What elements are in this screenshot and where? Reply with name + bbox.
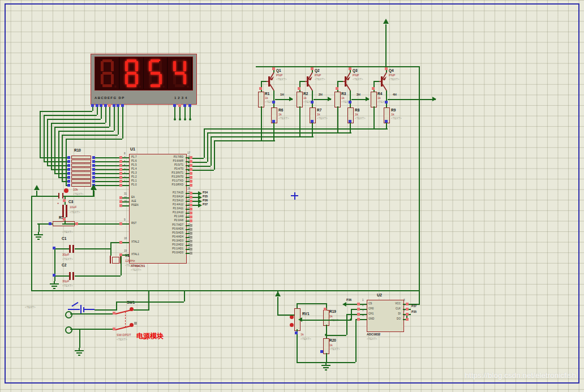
wire xyxy=(273,91,274,107)
wire xyxy=(314,99,331,100)
pin-square xyxy=(92,156,95,159)
switch-contact-dot xyxy=(130,307,134,311)
net-label: 2H xyxy=(319,93,323,96)
wire xyxy=(261,106,262,140)
pin-square xyxy=(190,168,192,171)
pin-square xyxy=(190,216,192,218)
resistor-note: <TEXT> xyxy=(278,117,289,120)
pin-square xyxy=(75,222,78,225)
wire xyxy=(95,157,119,158)
pin-square xyxy=(311,101,314,104)
wire xyxy=(70,329,114,330)
pin-square xyxy=(113,312,115,315)
wire xyxy=(275,99,293,100)
wire xyxy=(75,248,110,249)
wire xyxy=(192,201,199,202)
pin-square xyxy=(104,104,107,107)
pin-square xyxy=(96,104,98,107)
pin-square xyxy=(349,120,351,123)
mcu-pin-label: P0.1/AD1 xyxy=(136,248,183,251)
resistor-ref: R3 xyxy=(341,92,346,96)
wire xyxy=(121,255,122,275)
pin-square xyxy=(119,168,122,171)
transistor-note: <TEXT> xyxy=(389,78,400,81)
respack-ref: R10 xyxy=(74,149,81,153)
res-r19-ref: R19 xyxy=(329,310,336,314)
resistor-ref: R4 xyxy=(377,92,382,96)
mcu-pin-label: P0.0/AD0 xyxy=(136,252,183,255)
terminal-circle[interactable] xyxy=(65,311,72,318)
transistor-type: PNP xyxy=(353,74,359,77)
wire xyxy=(337,106,338,132)
respack-value: 10k xyxy=(73,188,78,192)
transistor-note: <TEXT> xyxy=(315,78,325,81)
ground-icon xyxy=(75,348,84,356)
adc-pin-label: CH1 xyxy=(368,313,373,316)
pin-square xyxy=(190,160,192,163)
resistor-note: <TEXT> xyxy=(355,117,366,120)
wire xyxy=(355,319,357,362)
wire xyxy=(299,106,300,136)
wire xyxy=(386,91,387,107)
pin-square xyxy=(311,120,314,123)
display-segment-g xyxy=(102,72,112,75)
wire xyxy=(312,91,313,107)
display-segment-b xyxy=(135,61,138,71)
display-segment-e xyxy=(101,74,104,84)
pin-square xyxy=(92,172,95,175)
wire xyxy=(419,66,420,305)
wire xyxy=(214,140,275,141)
wire xyxy=(63,196,95,197)
pin-square xyxy=(372,87,375,90)
pin-square xyxy=(119,241,122,244)
mcu-pin-label: P2.0/A8 xyxy=(136,219,183,222)
wire xyxy=(95,161,119,162)
resistor-value: 1k xyxy=(265,97,268,100)
pin-square xyxy=(63,199,66,202)
junction-dot xyxy=(189,118,191,120)
origin-cursor-v xyxy=(294,192,295,200)
wire xyxy=(51,123,105,124)
pin-square xyxy=(385,120,388,123)
wire xyxy=(58,131,59,177)
pin-square xyxy=(119,164,122,167)
pin-square xyxy=(190,212,192,214)
wire xyxy=(273,122,274,140)
pin-square xyxy=(67,176,70,179)
pin-square xyxy=(67,156,70,159)
vcc-arrow-icon xyxy=(34,185,40,190)
battery-lead xyxy=(84,309,95,310)
pot-rv1-value: 1k xyxy=(300,333,304,337)
wire xyxy=(95,177,119,178)
reset-button[interactable] xyxy=(64,188,68,193)
wire xyxy=(97,107,98,115)
wire xyxy=(204,128,205,158)
mcu-pin-number: 19 xyxy=(124,250,127,253)
wire xyxy=(134,309,148,311)
pin-square xyxy=(190,208,192,210)
pin-square xyxy=(272,120,275,123)
mcu-pin-label: P0.4/AD4 xyxy=(136,236,183,239)
resistor-ref: R8 xyxy=(355,109,359,113)
pin-square xyxy=(190,164,192,167)
pin-square xyxy=(406,308,409,311)
wire xyxy=(122,185,129,186)
resistor-body xyxy=(297,92,303,107)
pin-square xyxy=(117,104,119,107)
resistor-ref: R6 xyxy=(278,109,283,113)
mcu-pin-label: P3.0/RXD xyxy=(136,184,183,187)
wire xyxy=(70,313,114,315)
mcu-pin-label: P2.3/A11 xyxy=(136,208,183,210)
pin-square xyxy=(357,303,360,305)
pin-square xyxy=(67,180,70,183)
wire xyxy=(174,107,175,119)
wire xyxy=(297,303,327,304)
cap-c2-value: 30pF xyxy=(62,280,70,283)
pin-square xyxy=(92,180,95,183)
terminal-circle[interactable] xyxy=(65,326,72,334)
mcu-pin-number: 9 xyxy=(124,219,126,222)
wire xyxy=(92,107,93,111)
cap-c3-polarity: + xyxy=(57,202,59,205)
pin-square xyxy=(272,67,275,70)
net-flag-label: P35 xyxy=(203,195,208,198)
